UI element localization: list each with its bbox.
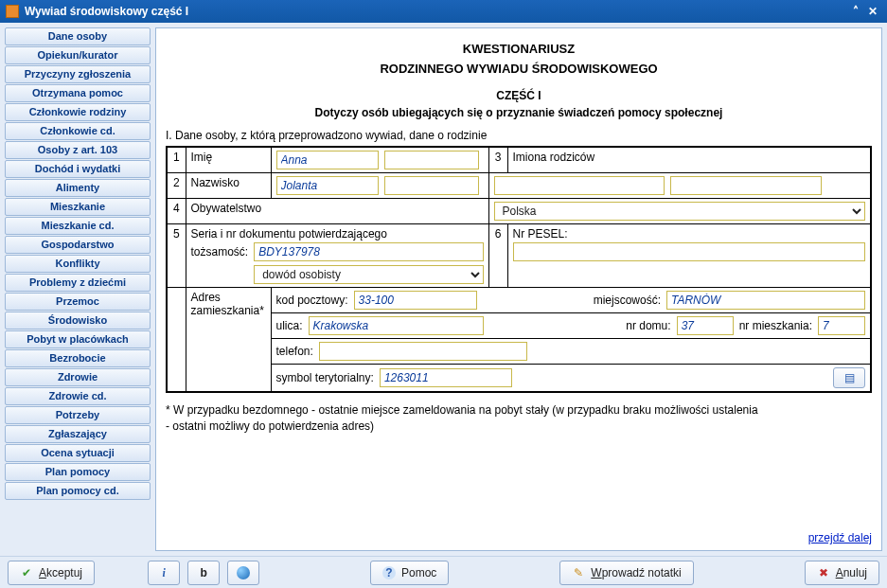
minimize-button[interactable]: ˄ [847, 5, 864, 18]
nr-mieszkania-input[interactable] [818, 316, 865, 335]
heading-subtitle: Dotyczy osób ubiegających się o przyznan… [166, 106, 872, 119]
cancel-icon [817, 566, 830, 579]
section-title: I. Dane osoby, z którą przeprowadzono wy… [166, 129, 872, 142]
label-kod: kod pocztowy: [276, 294, 348, 307]
sidebar-item[interactable]: Osoby z art. 103 [5, 141, 151, 159]
nazwisko-1-input[interactable] [276, 176, 379, 195]
cell-num: 4 [167, 199, 186, 224]
telefon-input[interactable] [319, 342, 527, 361]
notes-button[interactable]: Wprowadź notatki [559, 561, 693, 585]
sidebar-item[interactable]: Ocena sytuacji [5, 444, 151, 462]
sidebar-item[interactable]: Zgłaszający [5, 425, 151, 443]
sidebar-item[interactable]: Przyczyny zgłoszenia [5, 65, 151, 83]
obywatelstwo-select[interactable]: Polska [494, 202, 866, 221]
nr-domu-input[interactable] [677, 316, 734, 335]
sidebar-item[interactable]: Plan pomocy [5, 463, 151, 481]
kod-pocztowy-input[interactable] [354, 291, 477, 310]
label-obyw: Obywatelstwo [186, 199, 488, 224]
title-bar: Wywiad środowiskowy część I ˄ ✕ [0, 0, 887, 23]
miejscowosc-input[interactable] [666, 291, 865, 310]
cell-num: 3 [488, 147, 507, 173]
sidebar-item[interactable]: Zdrowie [5, 368, 151, 386]
sidebar-item[interactable]: Problemy z dziećmi [5, 274, 151, 292]
symbol-terytorialny-input[interactable] [380, 368, 512, 387]
sidebar-item[interactable]: Mieszkanie [5, 198, 151, 216]
sidebar-item[interactable]: Opiekun/kurator [5, 46, 151, 64]
main-panel: KWESTIONARIUSZ RODZINNEGO WYWIADU ŚRODOW… [155, 27, 882, 551]
window: Wywiad środowiskowy część I ˄ ✕ Dane oso… [0, 0, 887, 588]
label-symbol: symbol terytorialny: [276, 371, 374, 384]
sidebar-item[interactable]: Gospodarstwo [5, 236, 151, 254]
footnote: * W przypadku bezdomnego - ostatnie miej… [166, 402, 872, 435]
form-table: 1 Imię 3 Imiona rodziców 2 Nazwisko [166, 146, 872, 393]
pesel-input[interactable] [513, 242, 866, 261]
label-miejscowosc: miejscowość: [594, 294, 661, 307]
label-rodzice: Imiona rodziców [507, 147, 871, 173]
nazwisko-2-input[interactable] [384, 176, 479, 195]
sidebar-item[interactable]: Alimenty [5, 179, 151, 197]
label-dok-line1: Seria i nr dokumentu potwierdzającego [191, 227, 484, 241]
dokument-typ-select[interactable]: dowód osobisty [254, 265, 483, 284]
label-adres-1: Adres [191, 291, 266, 304]
rodzic-1-input[interactable] [494, 176, 665, 195]
info-button[interactable] [148, 561, 180, 585]
accept-button[interactable]: Akceptuj [8, 561, 95, 585]
symbol-picker-button[interactable]: ▤ [833, 367, 865, 388]
label-pesel: Nr PESEL: [513, 227, 866, 241]
app-icon [6, 5, 19, 18]
dokument-nr-input[interactable] [254, 242, 483, 261]
sidebar-item[interactable]: Plan pomocy cd. [5, 482, 151, 500]
sidebar-item[interactable]: Konflikty [5, 255, 151, 273]
sidebar-item[interactable]: Środowisko [5, 312, 151, 330]
help-button[interactable]: Pomoc [370, 561, 449, 585]
imie-1-input[interactable] [276, 151, 379, 169]
window-title: Wywiad środowiskowy część I [25, 5, 188, 18]
heading-line-2: RODZINNEGO WYWIADU ŚRODOWISKOWEGO [166, 62, 872, 76]
cell-num: 6 [488, 224, 507, 288]
sidebar-item[interactable]: Pobyt w placówkach [5, 330, 151, 348]
bold-button[interactable] [187, 561, 220, 585]
sidebar-item[interactable]: Członkowie cd. [5, 122, 151, 140]
bold-icon [197, 566, 210, 579]
next-link[interactable]: przejdź dalej [166, 524, 872, 544]
label-nr-mieszkania: nr mieszkania: [739, 319, 812, 332]
heading-part: CZĘŚĆ I [166, 89, 872, 102]
help-icon [382, 566, 396, 579]
imie-2-input[interactable] [384, 151, 479, 169]
client-area: Dane osoby Opiekun/kurator Przyczyny zgł… [0, 23, 887, 556]
sidebar-item[interactable]: Dane osoby [5, 27, 151, 45]
sidebar-item[interactable]: Członkowie rodziny [5, 103, 151, 121]
sphere-button[interactable] [227, 561, 259, 585]
sidebar-item[interactable]: Otrzymana pomoc [5, 84, 151, 102]
pencil-icon [572, 566, 585, 579]
label-telefon: telefon: [276, 345, 313, 358]
sphere-icon [237, 566, 250, 579]
label-adres-2: zamieszkania* [191, 304, 266, 317]
check-icon [20, 566, 33, 579]
label-nr-domu: nr domu: [626, 319, 670, 332]
cell-num: 1 [167, 147, 186, 173]
label-ulica: ulica: [276, 319, 303, 332]
ulica-input[interactable] [309, 316, 484, 335]
label-imie: Imię [186, 147, 271, 173]
heading-line-1: KWESTIONARIUSZ [166, 42, 872, 56]
info-icon [157, 566, 170, 579]
cell-num: 5 [167, 224, 186, 288]
sidebar-item[interactable]: Bezrobocie [5, 349, 151, 367]
sidebar-item[interactable]: Zdrowie cd. [5, 387, 151, 405]
label-dok-line2: tożsamość: [191, 245, 249, 258]
close-button[interactable]: ✕ [864, 5, 881, 18]
sidebar-item[interactable]: Przemoc [5, 293, 151, 311]
footer-toolbar: Akceptuj Pomoc Wprowadź notatki Anuluj [0, 556, 887, 588]
sidebar: Dane osoby Opiekun/kurator Przyczyny zgł… [5, 27, 151, 551]
sidebar-item[interactable]: Potrzeby [5, 406, 151, 424]
cell-num: 2 [167, 173, 186, 199]
sidebar-item[interactable]: Mieszkanie cd. [5, 217, 151, 235]
sidebar-item[interactable]: Dochód i wydatki [5, 160, 151, 178]
label-nazwisko: Nazwisko [186, 173, 271, 199]
rodzic-2-input[interactable] [670, 176, 822, 195]
cancel-button[interactable]: Anuluj [805, 561, 879, 585]
